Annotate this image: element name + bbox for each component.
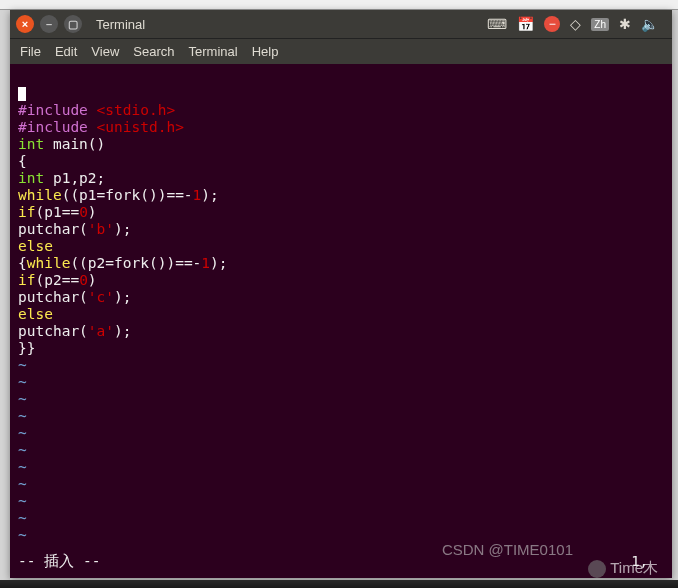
maximize-icon[interactable]: ▢: [64, 15, 82, 33]
text-cursor: [18, 87, 26, 101]
code-text: ): [88, 204, 97, 220]
desktop-top-bar: [0, 0, 678, 10]
system-tray: ⌨ 📅 − ◇ Zh ✱ 🔈: [487, 16, 666, 32]
code-text: else: [18, 238, 53, 254]
wechat-icon: [588, 560, 606, 578]
code-text: <stdio.h>: [88, 102, 175, 118]
code-text: putchar(: [18, 221, 88, 237]
code-text: main(): [44, 136, 105, 152]
wifi-icon[interactable]: ◇: [570, 16, 581, 32]
vim-tilde: ~: [18, 476, 27, 492]
close-icon[interactable]: ×: [16, 15, 34, 33]
vim-tilde: ~: [18, 408, 27, 424]
window-title: Terminal: [96, 17, 487, 32]
vim-tilde: ~: [18, 510, 27, 526]
code-text: putchar(: [18, 289, 88, 305]
vim-tilde: ~: [18, 357, 27, 373]
code-text: );: [210, 255, 227, 271]
code-text: {: [18, 255, 27, 271]
notification-icon[interactable]: −: [544, 16, 560, 32]
code-text: (p1==: [35, 204, 79, 220]
bluetooth-icon[interactable]: ✱: [619, 16, 631, 32]
menu-edit[interactable]: Edit: [55, 44, 77, 59]
code-text: {: [18, 153, 27, 169]
code-text: int: [18, 170, 44, 186]
code-text: 1: [201, 255, 210, 271]
keyboard-icon[interactable]: ⌨: [487, 16, 507, 32]
code-text: 0: [79, 204, 88, 220]
code-text: putchar(: [18, 323, 88, 339]
window-titlebar[interactable]: × – ▢ Terminal ⌨ 📅 − ◇ Zh ✱ 🔈: [10, 10, 672, 38]
vim-tilde: ~: [18, 527, 27, 543]
vim-tilde: ~: [18, 442, 27, 458]
watermark-text: Time木: [610, 559, 658, 578]
vim-tilde: ~: [18, 459, 27, 475]
code-text: 0: [79, 272, 88, 288]
code-text: else: [18, 306, 53, 322]
watermark: Time木: [588, 559, 658, 578]
code-text: );: [114, 323, 131, 339]
calendar-icon[interactable]: 📅: [517, 16, 534, 32]
code-text: ((p2=fork())==-: [70, 255, 201, 271]
code-text: if: [18, 272, 35, 288]
code-text: );: [201, 187, 218, 203]
code-text: ((p1=fork())==-: [62, 187, 193, 203]
vim-tilde: ~: [18, 391, 27, 407]
menu-bar: File Edit View Search Terminal Help: [10, 38, 672, 64]
code-text: 'c': [88, 289, 114, 305]
menu-terminal[interactable]: Terminal: [189, 44, 238, 59]
menu-view[interactable]: View: [91, 44, 119, 59]
code-text: #include: [18, 119, 88, 135]
code-text: <unistd.h>: [88, 119, 184, 135]
code-text: while: [18, 187, 62, 203]
code-text: p1,p2;: [44, 170, 105, 186]
watermark: CSDN @TIME0101: [442, 541, 573, 558]
code-text: }}: [18, 340, 35, 356]
code-text: );: [114, 221, 131, 237]
code-text: ): [88, 272, 97, 288]
menu-search[interactable]: Search: [133, 44, 174, 59]
ime-indicator[interactable]: Zh: [591, 18, 609, 31]
vim-tilde: ~: [18, 425, 27, 441]
minimize-icon[interactable]: –: [40, 15, 58, 33]
volume-icon[interactable]: 🔈: [641, 16, 658, 32]
terminal-window: × – ▢ Terminal ⌨ 📅 − ◇ Zh ✱ 🔈 File Edit …: [10, 10, 672, 578]
code-text: 'b': [88, 221, 114, 237]
taskbar[interactable]: [0, 580, 678, 588]
menu-file[interactable]: File: [20, 44, 41, 59]
code-text: while: [27, 255, 71, 271]
code-text: #include: [18, 102, 88, 118]
vim-tilde: ~: [18, 493, 27, 509]
menu-help[interactable]: Help: [252, 44, 279, 59]
code-text: 'a': [88, 323, 114, 339]
vim-tilde: ~: [18, 374, 27, 390]
code-text: (p2==: [35, 272, 79, 288]
code-text: int: [18, 136, 44, 152]
code-text: if: [18, 204, 35, 220]
code-text: );: [114, 289, 131, 305]
terminal-content[interactable]: #include <stdio.h> #include <unistd.h> i…: [10, 64, 672, 578]
